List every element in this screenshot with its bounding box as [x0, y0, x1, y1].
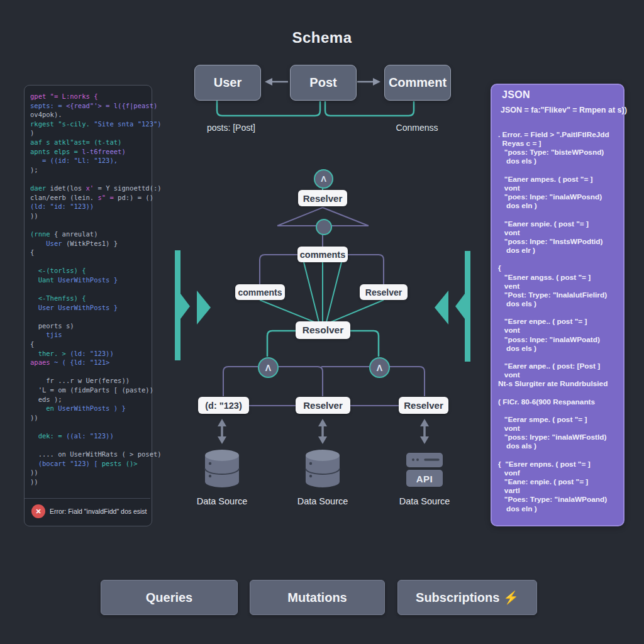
page-title: Schema [0, 29, 644, 47]
edge-label-posts: posts: [Post] [195, 123, 267, 133]
tree-node-resolver-leaf1: Reselver [296, 397, 350, 414]
junction-dot [316, 219, 332, 235]
api-label: API [406, 470, 443, 487]
updown-arrow-icon [420, 419, 429, 444]
data-source-label: Data Source [387, 496, 462, 506]
updown-arrow-icon [218, 419, 226, 444]
schema-node-post: Post [290, 65, 357, 101]
tree-node-resolver-leaf2: Reselver [399, 397, 448, 414]
tree-node-comments-left: comments [235, 284, 285, 300]
mutations-button[interactable]: Mutations [250, 580, 385, 615]
lambda-node-icon: Λ [369, 357, 390, 378]
code-lines: gpet "= L:norks {septs: = <{read"'> = l(… [30, 92, 148, 487]
database-icon [205, 450, 239, 487]
flow-marker-left [175, 250, 211, 360]
lambda-node-icon: Λ [314, 169, 333, 189]
post-user-arrow [265, 78, 288, 86]
panel-divider [25, 498, 150, 499]
tree-node-comments-center: comments [297, 247, 348, 262]
error-message: Error: Fiald "invaldFidd" dos esist [50, 508, 147, 515]
data-source-label: Data Source [184, 496, 260, 506]
flow-marker-right [435, 251, 470, 362]
updown-arrow-icon [318, 419, 327, 444]
schema-diagram-page: Schema User Post Comment posts: [Post] C… [0, 0, 644, 644]
user-post-teal-connector [217, 99, 414, 116]
json-panel-title: JSON [502, 89, 530, 101]
tree-node-resolver-right: Reselver [360, 284, 408, 300]
error-row: ✕ Error: Fiald "invaldFidd" dos esist [31, 504, 148, 518]
tree-node-id-leaf: (d: "123) [198, 397, 249, 414]
database-icon [306, 450, 340, 487]
lambda-node-icon: Λ [258, 357, 279, 378]
json-lines: . Error. = Field > ".PaitlFtlReJdd Reyas… [498, 130, 620, 513]
post-comment-arrow [357, 78, 380, 86]
error-x-icon: ✕ [31, 504, 45, 518]
json-panel-subheader: JSON = fa:"Flikev" = Rmpen at s)) [501, 106, 627, 114]
tree-node-resolver-top: Reselver [298, 190, 347, 206]
schema-node-user: User [194, 65, 261, 101]
queries-button[interactable]: Queries [101, 580, 238, 615]
tree-node-resolver-mid: Resolver [296, 321, 350, 339]
schema-node-comment: Comment [384, 65, 451, 101]
data-source-label: Data Source [285, 496, 360, 506]
edge-label-comments: Conmenss [386, 123, 448, 133]
subscriptions-button[interactable]: Subscriptions ⚡ [397, 580, 537, 615]
